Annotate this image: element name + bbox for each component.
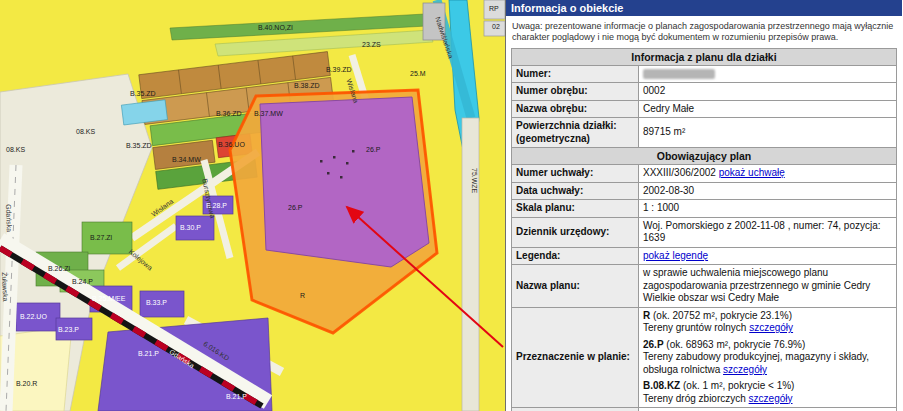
land-use-desc: Tereny gruntów rolnych bbox=[643, 322, 749, 333]
panel-title: Informacja o obiekcie bbox=[511, 2, 623, 14]
land-use-code: B.08.KZ bbox=[643, 380, 680, 391]
zone-b27zl[interactable] bbox=[82, 222, 132, 254]
table-row: Przeznaczenie w planie: R (ok. 20752 m²,… bbox=[512, 307, 897, 408]
row-label-legenda: Legenda: bbox=[512, 247, 639, 265]
gis-application-window: B.40.NO,ZI23.ZSB.39.ZDB.38.ZDB.35.ZDB.36… bbox=[0, 0, 903, 411]
row-value-numer-obrebu: 0002 bbox=[639, 83, 897, 101]
parcel-number-redacted bbox=[643, 69, 715, 79]
land-use-info: (ok. 1 m², pokrycie < 1%) bbox=[680, 380, 794, 391]
row-label-numer-obrebu: Numer obrębu: bbox=[512, 83, 639, 101]
show-resolution-link[interactable]: pokaż uchwałę bbox=[719, 167, 785, 178]
zone-rp bbox=[484, 0, 505, 19]
info-table: Informacja z planu dla działki Numer: Nu… bbox=[511, 48, 897, 411]
row-label-uchwala: Numer uchwały: bbox=[512, 165, 639, 183]
panel-title-bar[interactable]: Informacja o obiekcie bbox=[506, 0, 902, 16]
table-row: Numer uchwały: XXXIII/306/2002 pokaż uch… bbox=[512, 165, 897, 183]
map-viewport[interactable]: B.40.NO,ZI23.ZSB.39.ZDB.38.ZDB.35.ZDB.36… bbox=[0, 0, 505, 411]
details-link[interactable]: szczegóły bbox=[749, 393, 793, 404]
section-header-row: Informacja z planu dla działki bbox=[512, 48, 897, 65]
details-link[interactable]: szczegóły bbox=[723, 364, 767, 375]
section-title-plan: Obowiązujący plan bbox=[512, 148, 897, 165]
row-label-skala: Skala planu: bbox=[512, 200, 639, 218]
row-value-powierzchnia: 89715 m² bbox=[639, 118, 897, 148]
panel-body: Uwaga: prezentowane informacje o planach… bbox=[506, 16, 902, 411]
uchwala-number: XXXIII/306/2002 bbox=[643, 167, 716, 178]
land-use-entry: R (ok. 20752 m², pokrycie 23.1%) Tereny … bbox=[643, 310, 892, 335]
table-row: Numer: bbox=[512, 65, 897, 83]
row-value-nazwa-obrebu: Cedry Małe bbox=[639, 100, 897, 118]
row-value-numer bbox=[639, 65, 897, 83]
table-row: Skala planu: 1 : 1000 bbox=[512, 200, 897, 218]
table-row: Legenda: pokaż legendę bbox=[512, 247, 897, 265]
zone-02 bbox=[484, 21, 505, 36]
powierzchnia-label-line2: (geometryczna) bbox=[516, 133, 634, 146]
table-row: Numer obrębu: 0002 bbox=[512, 83, 897, 101]
table-row: Nazwa planu: w sprawie uchwalenia miejsc… bbox=[512, 265, 897, 308]
building-block bbox=[423, 3, 445, 40]
land-use-info: (ok. 20752 m², pokrycie 23.1%) bbox=[650, 310, 792, 321]
row-value-skala: 1 : 1000 bbox=[639, 200, 897, 218]
row-label-data-uchwaly: Data uchwały: bbox=[512, 182, 639, 200]
notice-text: Uwaga: prezentowane informacje o planach… bbox=[512, 21, 896, 43]
row-value-uchwala: XXXIII/306/2002 pokaż uchwałę bbox=[639, 165, 897, 183]
row-label-przeznaczenie: Przeznaczenie w planie: bbox=[512, 307, 639, 408]
row-value-data-uchwaly: 2002-08-30 bbox=[639, 182, 897, 200]
row-label-dziennik: Dziennik urzędowy: bbox=[512, 217, 639, 247]
row-label-ustalenia: Ustalenia dodatkowe: bbox=[512, 408, 639, 411]
table-row: Data uchwały: 2002-08-30 bbox=[512, 182, 897, 200]
zone-26p-industrial[interactable] bbox=[260, 97, 429, 267]
row-label-nazwa-planu: Nazwa planu: bbox=[512, 265, 639, 308]
land-use-entry: B.08.KZ (ok. 1 m², pokrycie < 1%) Tereny… bbox=[643, 380, 892, 405]
show-legend-link[interactable]: pokaż legendę bbox=[643, 250, 708, 261]
land-use-code: 26.P bbox=[643, 339, 664, 350]
table-row: Dziennik urzędowy: Woj. Pomorskiego z 20… bbox=[512, 217, 897, 247]
row-label-nazwa-obrebu: Nazwa obrębu: bbox=[512, 100, 639, 118]
info-panel: Informacja o obiekcie Uwaga: prezentowan… bbox=[505, 0, 902, 411]
land-use-info: (ok. 68963 m², pokrycie 76.9%) bbox=[664, 339, 806, 350]
table-row: Ustalenia dodatkowe: brak bbox=[512, 408, 897, 411]
row-value-nazwa-planu: w sprawie uchwalenia miejscowego planu z… bbox=[639, 265, 897, 308]
land-use-entry: 26.P (ok. 68963 m², pokrycie 76.9%) Tere… bbox=[643, 339, 892, 377]
details-link[interactable]: szczegóły bbox=[749, 322, 793, 333]
section-header-row: Obowiązujący plan bbox=[512, 148, 897, 165]
row-value-legenda: pokaż legendę bbox=[639, 247, 897, 265]
row-value-przeznaczenie: R (ok. 20752 m², pokrycie 23.1%) Tereny … bbox=[639, 307, 897, 408]
street-right-vertical bbox=[462, 118, 479, 411]
map-canvas[interactable] bbox=[0, 0, 505, 411]
land-use-desc: Tereny dróg zbiorczych bbox=[643, 393, 749, 404]
row-value-ustalenia: brak bbox=[639, 408, 897, 411]
table-row: Nazwa obrębu: Cedry Małe bbox=[512, 100, 897, 118]
section-title-plot: Informacja z planu dla działki bbox=[512, 48, 897, 65]
row-value-dziennik: Woj. Pomorskiego z 2002-11-08 , numer: 7… bbox=[639, 217, 897, 247]
row-label-powierzchnia: Powierzchnia działki: (geometryczna) bbox=[512, 118, 639, 148]
table-row: Powierzchnia działki: (geometryczna) 897… bbox=[512, 118, 897, 148]
powierzchnia-label-line1: Powierzchnia działki: bbox=[516, 120, 634, 133]
row-label-numer: Numer: bbox=[512, 65, 639, 83]
